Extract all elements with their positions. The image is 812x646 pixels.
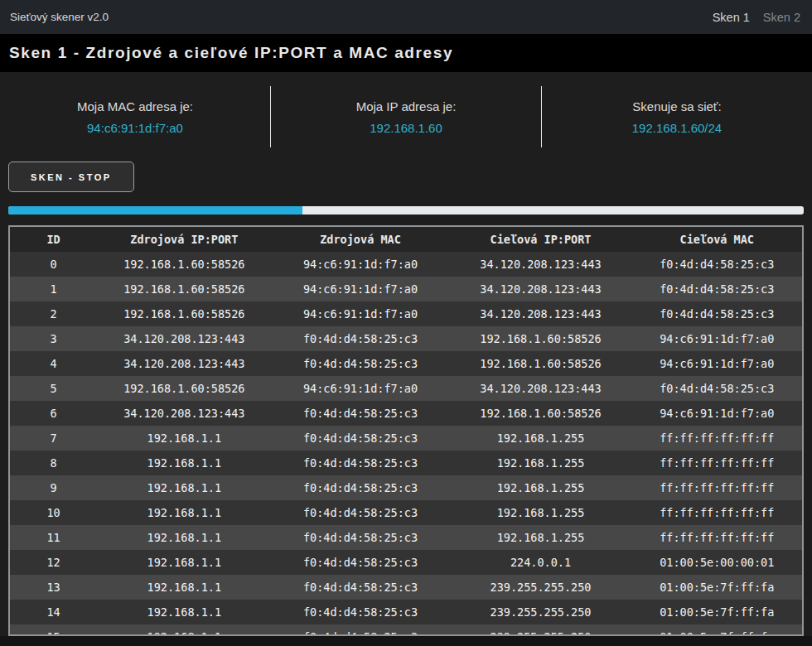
page-title-band: Sken 1 - Zdrojové a cieľové IP:PORT a MA… [0,34,812,72]
table-row: 5192.168.1.60:5852694:c6:91:1d:f7:a034.1… [10,376,802,401]
table-cell: 34.120.208.123:443 [97,326,271,351]
table-cell: 192.168.1.255 [450,426,632,451]
table-cell: ff:ff:ff:ff:ff:ff [631,500,802,525]
table-cell: 10 [10,500,97,525]
table-cell: 9 [10,475,97,500]
progress-bar-wrap [8,206,804,215]
table-row: 8192.168.1.1f0:4d:d4:58:25:c3192.168.1.2… [10,451,802,475]
table-cell: 34.120.208.123:443 [97,401,271,426]
table-cell: 94:c6:91:1d:f7:a0 [631,351,802,376]
top-navbar: Sieťový skener v2.0 Sken 1 Sken 2 [0,0,812,34]
table-body: 0192.168.1.60:5852694:c6:91:1d:f7:a034.1… [10,252,802,636]
table-cell: f0:4d:d4:58:25:c3 [631,376,802,401]
info-panel: Moja MAC adresa je: 94:c6:91:1d:f7:a0 Mo… [0,72,812,162]
table-cell: 11 [10,525,97,550]
column-header: ID [10,227,97,252]
table-cell: 192.168.1.1 [97,451,271,475]
table-row: 1192.168.1.60:5852694:c6:91:1d:f7:a034.1… [10,277,802,301]
info-label: Moja MAC adresa je: [0,99,270,113]
table-header-row: IDZdrojová IP:PORTZdrojová MACCieľová IP… [10,227,802,252]
table-cell: f0:4d:d4:58:25:c3 [271,401,449,426]
table-cell: f0:4d:d4:58:25:c3 [631,277,802,301]
table-cell: 239.255.255.250 [450,600,632,624]
table-cell: 8 [10,451,97,475]
scan-stop-button[interactable]: SKEN - STOP [8,162,134,192]
table-cell: 224.0.0.1 [450,550,632,575]
info-label: Moja IP adresa je: [271,99,541,113]
table-row: 2192.168.1.60:5852694:c6:91:1d:f7:a034.1… [10,301,802,326]
table-cell: f0:4d:d4:58:25:c3 [631,301,802,326]
table-cell: 94:c6:91:1d:f7:a0 [271,252,449,277]
table-cell: 34.120.208.123:443 [450,277,632,301]
table-cell: 15 [10,624,97,636]
table-cell: 192.168.1.60:58526 [97,301,271,326]
app-brand: Sieťový skener v2.0 [10,11,109,23]
table-cell: 192.168.1.60:58526 [450,401,632,426]
table-cell: 01:00:5e:00:00:01 [631,550,802,575]
table-cell: 34.120.208.123:443 [450,301,632,326]
info-my-mac: Moja MAC adresa je: 94:c6:91:1d:f7:a0 [0,86,270,147]
table-cell: 34.120.208.123:443 [450,252,632,277]
table-cell: f0:4d:d4:58:25:c3 [271,550,449,575]
table-cell: 94:c6:91:1d:f7:a0 [271,277,449,301]
table-cell: 192.168.1.60:58526 [97,277,271,301]
table-cell: 192.168.1.1 [97,575,271,600]
table-cell: 192.168.1.1 [97,600,271,624]
column-header: Cieľová IP:PORT [450,227,632,252]
table-cell: 7 [10,426,97,451]
packet-table: IDZdrojová IP:PORTZdrojová MACCieľová IP… [10,227,802,636]
table-cell: 2 [10,301,97,326]
controls-row: SKEN - STOP [0,162,812,198]
info-scanned-network: Skenuje sa sieť: 192.168.1.60/24 [541,86,812,147]
table-cell: 01:00:5e:7f:ff:fa [631,575,802,600]
table-cell: f0:4d:d4:58:25:c3 [271,426,449,451]
tab-sken-1[interactable]: Sken 1 [713,11,750,24]
table-cell: 0 [10,252,97,277]
page-title: Sken 1 - Zdrojové a cieľové IP:PORT a MA… [9,44,453,62]
table-row: 15192.168.1.1f0:4d:d4:58:25:c3239.255.25… [10,624,802,636]
info-my-ip: Moja IP adresa je: 192.168.1.60 [270,86,541,147]
table-cell: 192.168.1.255 [450,500,632,525]
table-row: 9192.168.1.1f0:4d:d4:58:25:c3192.168.1.2… [10,475,802,500]
table-cell: 192.168.1.1 [97,624,271,636]
table-cell: f0:4d:d4:58:25:c3 [271,600,449,624]
table-cell: f0:4d:d4:58:25:c3 [271,575,449,600]
table-cell: 192.168.1.1 [97,550,271,575]
table-row: 11192.168.1.1f0:4d:d4:58:25:c3192.168.1.… [10,525,802,550]
table-cell: f0:4d:d4:58:25:c3 [631,252,802,277]
table-cell: 13 [10,575,97,600]
table-cell: 3 [10,326,97,351]
table-row: 434.120.208.123:443f0:4d:d4:58:25:c3192.… [10,351,802,376]
table-cell: 192.168.1.255 [450,525,632,550]
table-cell: 01:00:5e:7f:ff:fa [631,624,802,636]
table-row: 13192.168.1.1f0:4d:d4:58:25:c3239.255.25… [10,575,802,600]
table-cell: 94:c6:91:1d:f7:a0 [271,376,449,401]
table-cell: 34.120.208.123:443 [450,376,632,401]
table-cell: 192.168.1.60:58526 [97,376,271,401]
table-row: 7192.168.1.1f0:4d:d4:58:25:c3192.168.1.2… [10,426,802,451]
table-cell: 12 [10,550,97,575]
table-cell: 192.168.1.1 [97,426,271,451]
table-cell: f0:4d:d4:58:25:c3 [271,351,449,376]
scan-tabs: Sken 1 Sken 2 [713,11,800,24]
tab-sken-2[interactable]: Sken 2 [763,11,800,24]
table-cell: f0:4d:d4:58:25:c3 [271,624,449,636]
table-cell: 192.168.1.60:58526 [450,351,632,376]
table-cell: f0:4d:d4:58:25:c3 [271,500,449,525]
column-header: Zdrojová MAC [271,227,449,252]
table-cell: 01:00:5e:7f:ff:fa [631,600,802,624]
table-row: 10192.168.1.1f0:4d:d4:58:25:c3192.168.1.… [10,500,802,525]
column-header: Zdrojová IP:PORT [97,227,271,252]
table-cell: 239.255.255.250 [450,624,632,636]
my-mac-value: 94:c6:91:1d:f7:a0 [0,121,270,135]
table-row: 0192.168.1.60:5852694:c6:91:1d:f7:a034.1… [10,252,802,277]
scanned-network-value: 192.168.1.60/24 [542,121,812,135]
my-ip-value: 192.168.1.60 [271,121,541,135]
footer-strip [0,636,812,646]
table-cell: ff:ff:ff:ff:ff:ff [631,525,802,550]
table-cell: f0:4d:d4:58:25:c3 [271,451,449,475]
table-cell: f0:4d:d4:58:25:c3 [271,525,449,550]
table-cell: f0:4d:d4:58:25:c3 [271,475,449,500]
table-row: 12192.168.1.1f0:4d:d4:58:25:c3224.0.0.10… [10,550,802,575]
table-cell: 239.255.255.250 [450,575,632,600]
